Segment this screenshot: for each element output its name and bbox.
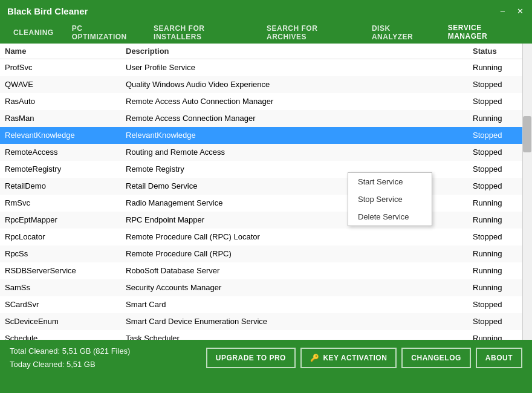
cell-status: Stopped xyxy=(468,127,522,144)
cell-description: Remote Access Connection Manager xyxy=(121,110,468,127)
table-row[interactable]: ScDeviceEnumSmart Card Device Enumeratio… xyxy=(0,313,532,330)
table-row[interactable]: RpcEptMapperRPC Endpoint MapperRunning xyxy=(0,212,532,229)
cell-description: Remote Procedure Call (RPC) Locator xyxy=(121,229,468,245)
nav-pc-optimization[interactable]: PC OPTIMIZATION xyxy=(63,21,144,45)
today-cleaned: Today Cleaned: 5,51 GB xyxy=(10,358,130,371)
nav-search-installers[interactable]: SEARCH FOR INSTALLERS xyxy=(145,21,257,45)
cell-status: Stopped xyxy=(468,76,522,93)
footer: Total Cleaned: 5,51 GB (821 Files) Today… xyxy=(0,340,532,376)
titlebar: Black Bird Cleaner – ✕ xyxy=(0,0,532,22)
cell-name: SCardSvr xyxy=(0,296,121,313)
close-button[interactable]: ✕ xyxy=(513,5,527,17)
cell-name: SamSs xyxy=(0,279,121,296)
table-row[interactable]: SamSsSecurity Accounts ManagerRunning xyxy=(0,279,532,296)
cell-name: RemoteAccess xyxy=(0,144,121,161)
table-row[interactable]: RasAutoRemote Access Auto Connection Man… xyxy=(0,93,532,110)
cell-description: Remote Procedure Call (RPC) xyxy=(121,245,468,262)
table-row[interactable]: RSDBServerServiceRoboSoft Database Serve… xyxy=(0,262,532,279)
scroll-thumb[interactable] xyxy=(523,116,531,152)
cell-description: RoboSoft Database Server xyxy=(121,262,468,279)
nav-search-archives[interactable]: SEARCH FOR ARCHIVES xyxy=(258,21,362,45)
upgrade-to-pro-button[interactable]: UPGRADE TO PRO xyxy=(206,348,296,368)
col-name: Name xyxy=(0,44,121,59)
changelog-button[interactable]: CHANGELOG xyxy=(401,348,471,368)
cell-name: RasAuto xyxy=(0,93,121,110)
cell-status: Running xyxy=(468,212,522,229)
table-wrapper: Name Description Status ProfSvcUser Prof… xyxy=(0,44,532,340)
cell-name: RelevantKnowledge xyxy=(0,127,121,144)
cell-status: Running xyxy=(468,59,522,76)
col-status: Status xyxy=(468,44,522,59)
ctx-delete-service[interactable]: Delete Service xyxy=(348,208,432,226)
key-activation-button[interactable]: 🔑 KEY ACTIVATION xyxy=(300,348,397,368)
cell-status: Stopped xyxy=(468,178,522,195)
cell-name: ScDeviceEnum xyxy=(0,313,121,330)
cell-description: User Profile Service xyxy=(121,59,468,76)
table-row[interactable]: QWAVEQuality Windows Audio Video Experie… xyxy=(0,76,532,93)
navbar: CLEANING PC OPTIMIZATION SEARCH FOR INST… xyxy=(0,22,532,44)
table-row[interactable]: RpcSsRemote Procedure Call (RPC)Running xyxy=(0,245,532,262)
context-menu: Start Service Stop Service Delete Servic… xyxy=(348,172,432,226)
table-row[interactable]: ScheduleTask SchedulerRunning xyxy=(0,330,532,340)
table-row[interactable]: RetailDemoRetail Demo ServiceStopped xyxy=(0,178,532,195)
cell-name: RSDBServerService xyxy=(0,262,121,279)
footer-stats: Total Cleaned: 5,51 GB (821 Files) Today… xyxy=(10,345,130,371)
cell-status: Stopped xyxy=(468,313,522,330)
cell-description: RelevantKnowledge xyxy=(121,127,468,144)
cell-name: RpcEptMapper xyxy=(0,212,121,229)
nav-service-manager[interactable]: SERVICE MANAGER xyxy=(440,20,527,45)
cell-name: QWAVE xyxy=(0,76,121,93)
table-header-row: Name Description Status xyxy=(0,44,532,59)
cell-name: RasMan xyxy=(0,110,121,127)
ctx-stop-service[interactable]: Stop Service xyxy=(348,190,432,208)
cell-name: RetailDemo xyxy=(0,178,121,195)
cell-status: Stopped xyxy=(468,229,522,245)
cell-description: Smart Card xyxy=(121,296,468,313)
table-row[interactable]: RasManRemote Access Connection ManagerRu… xyxy=(0,110,532,127)
col-description: Description xyxy=(121,44,468,59)
key-icon: 🔑 xyxy=(310,354,320,362)
cell-description: Smart Card Device Enumeration Service xyxy=(121,313,468,330)
table-row[interactable]: RmSvcRadio Management ServiceRunning xyxy=(0,195,532,212)
cell-description: Remote Access Auto Connection Manager xyxy=(121,93,468,110)
scrollbar[interactable] xyxy=(522,44,532,340)
cell-name: RemoteRegistry xyxy=(0,161,121,178)
cell-name: ProfSvc xyxy=(0,59,121,76)
cell-status: Running xyxy=(468,262,522,279)
table-row[interactable]: ProfSvcUser Profile ServiceRunning xyxy=(0,59,532,76)
total-cleaned: Total Cleaned: 5,51 GB (821 Files) xyxy=(10,345,130,358)
cell-status: Stopped xyxy=(468,296,522,313)
table-row[interactable]: RelevantKnowledgeRelevantKnowledgeStoppe… xyxy=(0,127,532,144)
main-content: Name Description Status ProfSvcUser Prof… xyxy=(0,44,532,340)
cell-status: Running xyxy=(468,245,522,262)
ctx-start-service[interactable]: Start Service xyxy=(348,173,432,190)
cell-name: RpcSs xyxy=(0,245,121,262)
nav-cleaning[interactable]: CLEANING xyxy=(5,25,62,41)
minimize-button[interactable]: – xyxy=(497,5,508,17)
cell-status: Running xyxy=(468,279,522,296)
about-button[interactable]: ABOUT xyxy=(476,348,522,368)
service-table: Name Description Status ProfSvcUser Prof… xyxy=(0,44,532,340)
cell-name: RmSvc xyxy=(0,195,121,212)
window-controls: – ✕ xyxy=(497,5,527,17)
cell-status: Stopped xyxy=(468,161,522,178)
cell-description: Security Accounts Manager xyxy=(121,279,468,296)
cell-status: Running xyxy=(468,110,522,127)
cell-description: Task Scheduler xyxy=(121,330,468,340)
table-row[interactable]: RpcLocatorRemote Procedure Call (RPC) Lo… xyxy=(0,229,532,245)
table-row[interactable]: RemoteRegistryRemote RegistryStopped xyxy=(0,161,532,178)
cell-status: Stopped xyxy=(468,144,522,161)
app-title: Black Bird Cleaner xyxy=(5,6,88,16)
table-row[interactable]: SCardSvrSmart CardStopped xyxy=(0,296,532,313)
table-row[interactable]: RemoteAccessRouting and Remote AccessSto… xyxy=(0,144,532,161)
cell-status: Running xyxy=(468,195,522,212)
nav-disk-analyzer[interactable]: DISK ANALYZER xyxy=(363,21,438,45)
cell-description: Routing and Remote Access xyxy=(121,144,468,161)
cell-description: Quality Windows Audio Video Experience xyxy=(121,76,468,93)
footer-buttons: UPGRADE TO PRO 🔑 KEY ACTIVATION CHANGELO… xyxy=(206,348,522,368)
cell-name: RpcLocator xyxy=(0,229,121,245)
cell-name: Schedule xyxy=(0,330,121,340)
cell-status: Stopped xyxy=(468,93,522,110)
cell-status: Running xyxy=(468,330,522,340)
table-body: ProfSvcUser Profile ServiceRunningQWAVEQ… xyxy=(0,59,532,340)
